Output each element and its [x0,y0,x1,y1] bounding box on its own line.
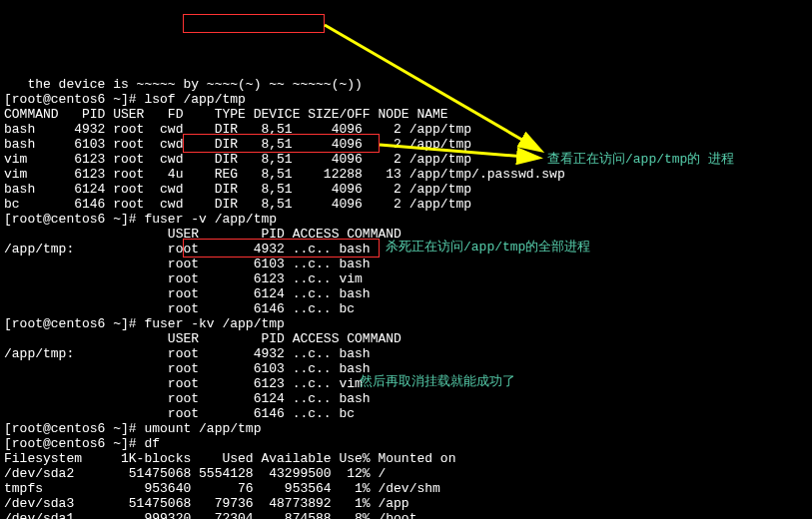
df-row: /dev/sda1 999320 72304 874588 8% /boot [4,511,416,519]
prompt: [root@centos6 ~]# [4,316,144,331]
top-line: the device is ~~~~~ by ~~~~(~) ~~ ~~~~~(… [4,77,363,92]
lsof-row: bc 6146 root cwd DIR 8,51 4096 2 /app/tm… [4,197,471,212]
fuser-row: root 6123 ..c.. vim [4,376,363,391]
prompt: [root@centos6 ~]# [4,92,144,107]
fuser-header: USER PID ACCESS COMMAND [4,331,402,346]
terminal-output: the device is ~~~~~ by ~~~~(~) ~~ ~~~~~(… [4,62,808,519]
annotation-3: 然后再取消挂载就能成功了 [360,374,515,389]
cmd-lsof[interactable]: lsof /app/tmp [144,92,245,107]
df-row: /dev/sda3 51475068 79736 48773892 1% /ap… [4,496,409,511]
cmd-df[interactable]: df [144,436,160,451]
df-row: tmpfs 953640 76 953564 1% /dev/shm [4,481,440,496]
annotation-1: 查看正在访问/app/tmp的 进程 [547,152,734,167]
fuser-header: USER PID ACCESS COMMAND [4,227,402,242]
fuser-row: /app/tmp: root 4932 ..c.. bash [4,242,371,257]
cmd-umount[interactable]: umount /app/tmp [144,421,261,436]
lsof-row: bash 4932 root cwd DIR 8,51 4096 2 /app/… [4,122,471,137]
prompt: [root@centos6 ~]# [4,421,144,436]
fuser-row: root 6124 ..c.. bash [4,286,371,301]
fuser-row: root 6103 ..c.. bash [4,361,371,376]
df-row: /dev/sda2 51475068 5554128 43299500 12% … [4,466,386,481]
prompt: [root@centos6 ~]# [4,212,144,227]
lsof-row: vim 6123 root 4u REG 8,51 12288 13 /app/… [4,167,565,182]
annotation-2: 杀死正在访问/app/tmp的全部进程 [386,240,590,255]
cmd-fuser-v[interactable]: fuser -v /app/tmp [144,212,277,227]
fuser-row: root 6146 ..c.. bc [4,301,355,316]
df-header: Filesystem 1K-blocks Used Available Use%… [4,451,455,466]
lsof-row: bash 6103 root cwd DIR 8,51 4096 2 /app/… [4,137,471,152]
highlight-lsof [183,14,325,33]
fuser-row: /app/tmp: root 4932 ..c.. bash [4,346,371,361]
prompt: [root@centos6 ~]# [4,436,144,451]
fuser-row: root 6146 ..c.. bc [4,406,355,421]
lsof-row: bash 6124 root cwd DIR 8,51 4096 2 /app/… [4,182,471,197]
lsof-row: vim 6123 root cwd DIR 8,51 4096 2 /app/t… [4,152,471,167]
fuser-row: root 6124 ..c.. bash [4,391,371,406]
cmd-fuser-kv[interactable]: fuser -kv /app/tmp [144,316,284,331]
fuser-row: root 6123 ..c.. vim [4,271,363,286]
lsof-header: COMMAND PID USER FD TYPE DEVICE SIZE/OFF… [4,107,448,122]
fuser-row: root 6103 ..c.. bash [4,257,371,271]
